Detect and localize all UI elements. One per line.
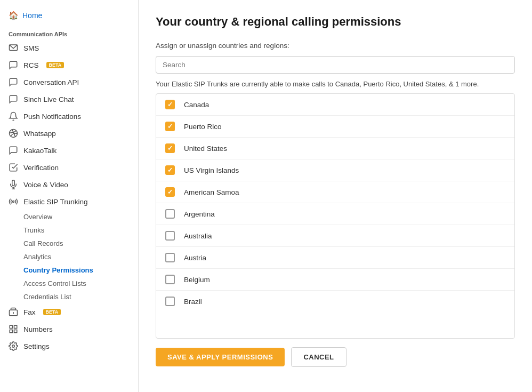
- page-title: Your country & regional calling permissi…: [156, 15, 515, 29]
- country-name: United States: [184, 145, 227, 153]
- search-container: [156, 56, 515, 74]
- sub-item-overview[interactable]: Overview: [0, 210, 138, 223]
- sidebar-item-conversation-api[interactable]: Conversation API: [0, 74, 138, 91]
- sinch-live-chat-label: Sinch Live Chat: [23, 95, 74, 103]
- country-row[interactable]: US Virgin Islands: [156, 159, 514, 181]
- checkbox-checked-icon: [165, 122, 175, 131]
- home-label: Home: [22, 11, 42, 20]
- country-row[interactable]: Austria: [156, 247, 514, 269]
- sidebar-item-kakaotalk[interactable]: KakaoTalk: [0, 142, 138, 159]
- main-content: Your country & regional calling permissi…: [139, 0, 532, 392]
- sub-item-credentials-list[interactable]: Credentials List: [0, 290, 138, 303]
- sidebar-item-whatsapp[interactable]: Whatsapp: [0, 125, 138, 142]
- country-checkbox[interactable]: [165, 99, 175, 110]
- sub-item-trunks[interactable]: Trunks: [0, 223, 138, 237]
- kakaotalk-label: KakaoTalk: [23, 147, 57, 155]
- fax-label: Fax: [23, 308, 36, 316]
- sidebar-item-sinch-live-chat[interactable]: Sinch Live Chat: [0, 91, 138, 108]
- push-notifications-label: Push Notifications: [23, 113, 81, 121]
- sidebar-item-numbers[interactable]: Numbers: [0, 321, 138, 338]
- checkbox-unchecked-icon: [165, 253, 175, 262]
- sub-item-country-permissions[interactable]: Country Permissions: [0, 263, 138, 277]
- info-text-content: Your Elastic SIP Trunks are currently ab…: [156, 80, 479, 88]
- sidebar-item-elastic-sip-trunking[interactable]: Elastic SIP Trunking: [0, 193, 138, 210]
- fax-badge: BETA: [43, 309, 61, 315]
- elastic-sip-sub-items: Overview Trunks Call Records Analytics C…: [0, 210, 138, 303]
- checkbox-unchecked-icon: [165, 209, 175, 219]
- country-row[interactable]: American Samoa: [156, 181, 514, 203]
- country-row[interactable]: Australia: [156, 225, 514, 247]
- cancel-button[interactable]: CANCEL: [291, 347, 346, 367]
- country-row[interactable]: Canada: [156, 94, 514, 116]
- svg-rect-10: [10, 330, 12, 333]
- country-row[interactable]: United States: [156, 138, 514, 159]
- footer-actions: SAVE & APPLY PERMISSIONS CANCEL: [156, 347, 515, 367]
- country-name: American Samoa: [184, 188, 239, 196]
- country-row[interactable]: Brazil: [156, 291, 514, 312]
- country-name: Belgium: [184, 276, 210, 284]
- sidebar: 🏠 Home Communication APIs SMS RCS BETA C…: [0, 0, 139, 392]
- country-checkbox[interactable]: [165, 143, 175, 154]
- save-apply-button[interactable]: SAVE & APPLY PERMISSIONS: [156, 348, 285, 366]
- rcs-icon: [9, 60, 18, 70]
- verification-icon: [9, 163, 18, 172]
- country-name: Puerto Rico: [184, 123, 222, 131]
- country-checkbox[interactable]: [165, 121, 175, 132]
- country-name: Canada: [184, 101, 209, 109]
- verification-label: Verification: [23, 164, 59, 172]
- country-checkbox[interactable]: [165, 165, 175, 175]
- sidebar-item-sms[interactable]: SMS: [0, 39, 138, 57]
- sidebar-item-push-notifications[interactable]: Push Notifications: [0, 108, 138, 125]
- sidebar-item-voice-video[interactable]: Voice & Video: [0, 176, 138, 193]
- country-name: Brazil: [184, 298, 202, 306]
- svg-rect-7: [10, 325, 12, 328]
- sub-item-access-control-lists[interactable]: Access Control Lists: [0, 277, 138, 290]
- kakaotalk-icon: [9, 146, 18, 155]
- sms-label: SMS: [23, 44, 39, 52]
- voice-video-icon: [9, 180, 18, 189]
- svg-rect-8: [14, 325, 17, 328]
- settings-icon: [9, 341, 18, 351]
- checkbox-checked-icon: [165, 143, 175, 153]
- numbers-icon: [9, 324, 18, 334]
- rcs-label: RCS: [23, 61, 39, 69]
- country-checkbox[interactable]: [165, 187, 175, 197]
- rcs-badge: BETA: [46, 62, 65, 68]
- sidebar-item-fax[interactable]: Fax BETA: [0, 303, 138, 321]
- checkbox-unchecked-icon: [165, 231, 175, 241]
- sidebar-item-rcs[interactable]: RCS BETA: [0, 57, 138, 74]
- country-row[interactable]: Argentina: [156, 203, 514, 225]
- country-name: US Virgin Islands: [184, 166, 239, 174]
- sms-icon: [9, 43, 18, 53]
- country-checkbox[interactable]: [165, 209, 175, 219]
- checkbox-checked-icon: [165, 100, 175, 109]
- country-name: Austria: [184, 254, 206, 262]
- sidebar-item-verification[interactable]: Verification: [0, 159, 138, 176]
- voice-video-label: Voice & Video: [23, 181, 68, 189]
- country-checkbox[interactable]: [165, 296, 175, 307]
- country-row[interactable]: Belgium: [156, 269, 514, 291]
- country-checkbox[interactable]: [165, 252, 175, 263]
- settings-label: Settings: [23, 342, 50, 350]
- country-name: Argentina: [184, 210, 215, 218]
- sub-item-analytics[interactable]: Analytics: [0, 250, 138, 263]
- elastic-sip-trunking-label: Elastic SIP Trunking: [23, 198, 88, 206]
- country-row[interactable]: Puerto Rico: [156, 116, 514, 138]
- push-notifications-icon: [9, 111, 18, 121]
- country-checkbox[interactable]: [165, 230, 175, 241]
- fax-icon: [9, 307, 18, 317]
- checkbox-unchecked-icon: [165, 297, 175, 306]
- country-name: Australia: [184, 232, 212, 240]
- search-input[interactable]: [156, 56, 515, 74]
- sidebar-item-settings[interactable]: Settings: [0, 338, 138, 355]
- whatsapp-icon: [9, 129, 18, 138]
- elastic-sip-trunking-icon: [9, 197, 18, 206]
- svg-point-4: [13, 201, 14, 203]
- svg-point-11: [12, 345, 15, 348]
- checkbox-checked-icon: [165, 187, 175, 197]
- country-checkbox[interactable]: [165, 274, 175, 285]
- sidebar-home[interactable]: 🏠 Home: [0, 6, 138, 27]
- sub-item-call-records[interactable]: Call Records: [0, 237, 138, 250]
- conversation-api-label: Conversation API: [23, 78, 79, 86]
- svg-rect-9: [14, 330, 17, 333]
